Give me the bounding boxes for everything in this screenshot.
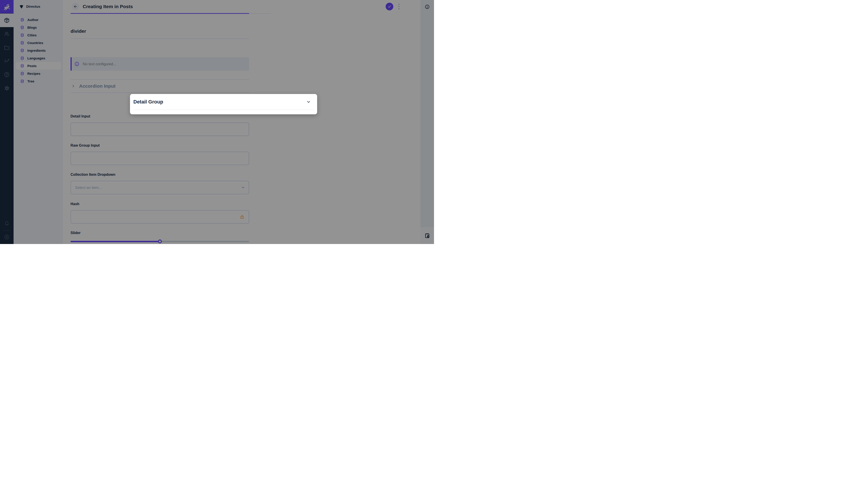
detail-group-label: Detail Group bbox=[133, 94, 163, 110]
dim-overlay bbox=[0, 0, 434, 244]
detail-group-divider bbox=[133, 109, 314, 110]
chevron-down-icon[interactable] bbox=[306, 100, 311, 104]
detail-group-header[interactable]: Detail Group bbox=[130, 94, 317, 114]
